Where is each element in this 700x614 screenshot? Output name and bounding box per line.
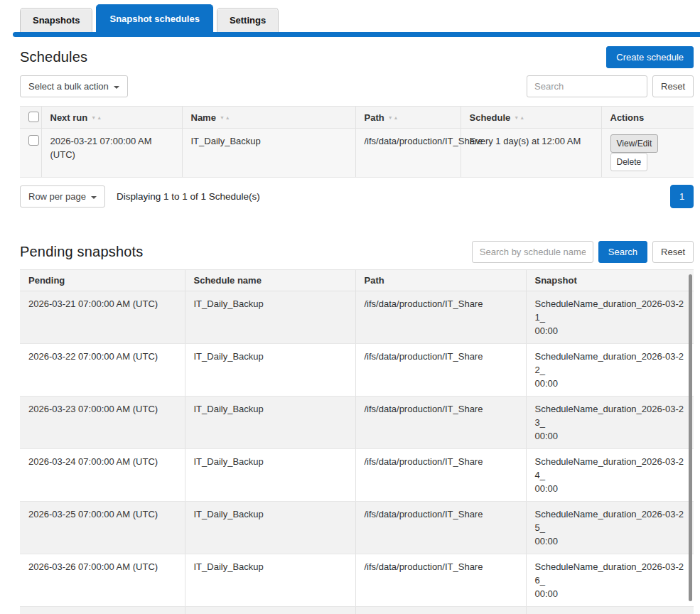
next-run-cell: 2026-03-21 07:00:00 AM (UTC) bbox=[41, 129, 182, 178]
pending-path-cell: /ifs/data/production/IT_Share bbox=[355, 607, 526, 614]
pending-row: 2026-03-22 07:00:00 AM (UTC)IT_Daily_Bac… bbox=[20, 344, 694, 397]
pending-row: 2026-03-27 07:00:00 AM (UTC)IT_Daily_Bac… bbox=[20, 607, 694, 614]
snapshot-cell: ScheduleName_duration_2026-03-24_00:00 bbox=[526, 449, 694, 502]
bulk-action-label: Select a bulk action bbox=[28, 81, 109, 92]
actions-cell: View/EditDelete bbox=[601, 129, 694, 178]
schedule-name-cell: IT_Daily_Backup bbox=[185, 397, 355, 449]
schedule-name-cell: IT_Daily_Backup bbox=[185, 607, 355, 614]
pending-row: 2026-03-26 07:00:00 AM (UTC)IT_Daily_Bac… bbox=[20, 554, 694, 607]
sort-icon: ▼▲ bbox=[514, 115, 525, 120]
tab-settings[interactable]: Settings bbox=[217, 8, 279, 32]
schedules-search-input[interactable] bbox=[527, 75, 647, 97]
pending-header-row: Pending Schedule name Path Snapshot bbox=[20, 270, 694, 291]
schedules-display-text: Displaying 1 to 1 of 1 Schedule(s) bbox=[117, 191, 260, 202]
bulk-action-dropdown[interactable]: Select a bulk action bbox=[20, 75, 128, 97]
pending-search-input[interactable] bbox=[472, 241, 593, 263]
pending-row: 2026-03-24 07:00:00 AM (UTC)IT_Daily_Bac… bbox=[20, 449, 694, 502]
pending-row: 2026-03-25 07:00:00 AM (UTC)IT_Daily_Bac… bbox=[20, 502, 694, 554]
schedules-title: Schedules bbox=[20, 49, 87, 65]
pending-path-cell: /ifs/data/production/IT_Share bbox=[355, 502, 526, 554]
col-pending: Pending bbox=[20, 270, 185, 291]
row-checkbox[interactable] bbox=[28, 135, 39, 146]
schedules-page-button-1[interactable]: 1 bbox=[670, 185, 694, 208]
tab-bar: Snapshots Snapshot schedules Settings bbox=[0, 0, 700, 32]
delete-button[interactable]: Delete bbox=[610, 153, 648, 171]
schedule-name-cell: IT_Daily_Backup bbox=[185, 344, 355, 397]
chevron-down-icon bbox=[91, 196, 97, 199]
col-next-run[interactable]: Next run▼▲ bbox=[41, 107, 182, 129]
schedule-name-cell: IT_Daily_Backup bbox=[185, 502, 355, 554]
active-tab-underline bbox=[13, 32, 700, 37]
sort-icon: ▼▲ bbox=[220, 115, 231, 120]
pending-path-cell: /ifs/data/production/IT_Share bbox=[355, 291, 526, 344]
pending-cell: 2026-03-27 07:00:00 AM (UTC) bbox=[20, 607, 185, 614]
snapshot-cell: ScheduleName_duration_2026-03-23_00:00 bbox=[526, 397, 694, 449]
pending-search-button[interactable]: Search bbox=[598, 241, 647, 263]
vertical-scrollbar[interactable] bbox=[689, 274, 692, 601]
pending-path-cell: /ifs/data/production/IT_Share bbox=[355, 554, 526, 607]
schedules-row-per-page-dropdown[interactable]: Row per page bbox=[20, 185, 105, 208]
pending-cell: 2026-03-21 07:00:00 AM (UTC) bbox=[20, 291, 185, 344]
pending-title: Pending snapshots bbox=[20, 244, 144, 260]
snapshot-cell: ScheduleName_duration_2026-03-21_00:00 bbox=[526, 291, 694, 344]
sort-icon: ▼▲ bbox=[388, 115, 399, 120]
row-select-cell bbox=[20, 129, 41, 178]
name-cell: IT_Daily_Backup bbox=[182, 129, 355, 178]
pending-cell: 2026-03-24 07:00:00 AM (UTC) bbox=[20, 449, 185, 502]
pending-path-cell: /ifs/data/production/IT_Share bbox=[355, 344, 526, 397]
schedules-header-row: Next run▼▲ Name▼▲ Path▼▲ Schedule▼▲ Acti… bbox=[20, 107, 694, 129]
snapshot-cell: ScheduleName_duration_2026-03-22_00:00 bbox=[526, 344, 694, 397]
schedule-cell: Every 1 day(s) at 12:00 AM bbox=[461, 129, 601, 178]
schedule-name-cell: IT_Daily_Backup bbox=[185, 554, 355, 607]
pending-table: Pending Schedule name Path Snapshot 2026… bbox=[20, 269, 694, 614]
col-schedule-name: Schedule name bbox=[185, 270, 355, 291]
schedule-name-cell: IT_Daily_Backup bbox=[185, 291, 355, 344]
schedules-reset-button[interactable]: Reset bbox=[652, 75, 694, 97]
col-name[interactable]: Name▼▲ bbox=[182, 107, 355, 129]
pending-path-cell: /ifs/data/production/IT_Share bbox=[355, 397, 526, 449]
snapshot-cell: ScheduleName_duration_2026-03-26_00:00 bbox=[526, 554, 694, 607]
pending-snapshots-section: Pending snapshots Search Reset Pending S… bbox=[20, 241, 694, 614]
pending-row: 2026-03-21 07:00:00 AM (UTC)IT_Daily_Bac… bbox=[20, 291, 694, 344]
select-all-header bbox=[20, 107, 41, 129]
pending-reset-button[interactable]: Reset bbox=[652, 241, 694, 263]
pending-cell: 2026-03-26 07:00:00 AM (UTC) bbox=[20, 554, 185, 607]
select-all-checkbox[interactable] bbox=[28, 112, 39, 122]
col-schedule[interactable]: Schedule▼▲ bbox=[461, 107, 601, 129]
pending-cell: 2026-03-23 07:00:00 AM (UTC) bbox=[20, 397, 185, 449]
chevron-down-icon bbox=[114, 86, 119, 89]
pending-table-body: 2026-03-21 07:00:00 AM (UTC)IT_Daily_Bac… bbox=[20, 291, 694, 614]
col-path[interactable]: Path▼▲ bbox=[355, 107, 461, 129]
snapshot-cell: ScheduleName_duration_2026-03-25_00:00 bbox=[526, 502, 694, 554]
pending-row: 2026-03-23 07:00:00 AM (UTC)IT_Daily_Bac… bbox=[20, 397, 694, 449]
schedules-section: Schedules Create schedule Select a bulk … bbox=[20, 46, 694, 208]
snapshot-cell: ScheduleName_duration_2026-03-27_00:00 bbox=[526, 607, 694, 614]
path-cell: /ifs/data/production/IT_Share bbox=[355, 129, 461, 178]
tab-snapshot-schedules[interactable]: Snapshot schedules bbox=[96, 4, 212, 32]
tab-snapshots[interactable]: Snapshots bbox=[20, 8, 92, 32]
pending-path-cell: /ifs/data/production/IT_Share bbox=[355, 449, 526, 502]
pending-cell: 2026-03-25 07:00:00 AM (UTC) bbox=[20, 502, 185, 554]
col-actions: Actions bbox=[601, 107, 694, 129]
row-per-page-label: Row per page bbox=[28, 191, 86, 202]
schedule-name-cell: IT_Daily_Backup bbox=[185, 449, 355, 502]
sort-icon: ▼▲ bbox=[91, 115, 102, 120]
create-schedule-button[interactable]: Create schedule bbox=[606, 46, 694, 68]
schedules-table: Next run▼▲ Name▼▲ Path▼▲ Schedule▼▲ Acti… bbox=[20, 106, 694, 178]
schedule-row: 2026-03-21 07:00:00 AM (UTC) IT_Daily_Ba… bbox=[20, 129, 694, 178]
col-pending-path: Path bbox=[355, 270, 526, 291]
pending-cell: 2026-03-22 07:00:00 AM (UTC) bbox=[20, 344, 185, 397]
view-edit-button[interactable]: View/Edit bbox=[610, 134, 659, 153]
col-snapshot: Snapshot bbox=[526, 270, 694, 291]
